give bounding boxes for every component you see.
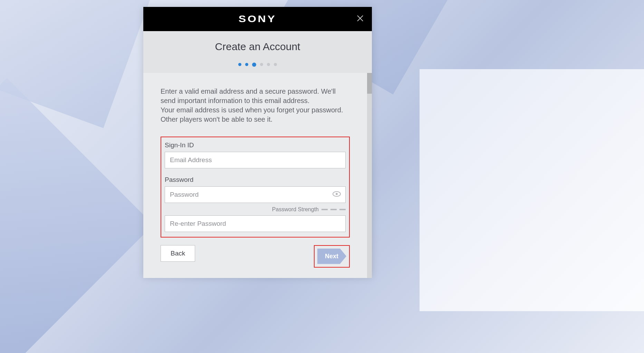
scroll-area: Enter a valid email address and a secure…: [143, 73, 372, 278]
step-dot: [238, 63, 241, 66]
next-button[interactable]: Next: [317, 249, 346, 264]
password-label: Password: [165, 176, 346, 184]
password-field[interactable]: [165, 186, 346, 203]
content: Enter a valid email address and a secure…: [143, 73, 367, 278]
step-dot: [267, 63, 270, 66]
reenter-password-field[interactable]: [165, 215, 346, 232]
strength-segment: [321, 209, 328, 210]
title-area: Create an Account: [143, 31, 372, 73]
form-highlight-box: Sign-In ID Password Password Strength: [161, 137, 350, 238]
password-strength-row: Password Strength: [165, 206, 346, 213]
step-dot: [274, 63, 277, 66]
modal-header: SONY: [143, 7, 372, 31]
svg-point-1: [336, 193, 338, 195]
description-text: Enter a valid email address and a secure…: [161, 87, 350, 124]
close-icon[interactable]: [356, 14, 364, 24]
stepper: [143, 63, 372, 67]
scrollbar-thumb[interactable]: [367, 73, 372, 94]
signin-id-label: Sign-In ID: [165, 141, 346, 149]
button-row: Back Next: [161, 245, 350, 268]
next-highlight-box: Next: [314, 245, 350, 268]
step-dot: [245, 63, 248, 66]
create-account-modal: SONY Create an Account Enter a valid ema…: [143, 7, 372, 277]
eye-icon[interactable]: [333, 191, 341, 198]
page-title: Create an Account: [143, 41, 372, 53]
strength-segment: [339, 209, 346, 210]
strength-segment: [330, 209, 337, 210]
password-strength-label: Password Strength: [272, 206, 319, 213]
step-dot: [252, 63, 256, 67]
back-button[interactable]: Back: [161, 245, 195, 262]
email-field[interactable]: [165, 152, 346, 168]
scrollbar-track[interactable]: [367, 73, 372, 278]
step-dot: [260, 63, 263, 66]
brand-logo: SONY: [239, 13, 277, 25]
